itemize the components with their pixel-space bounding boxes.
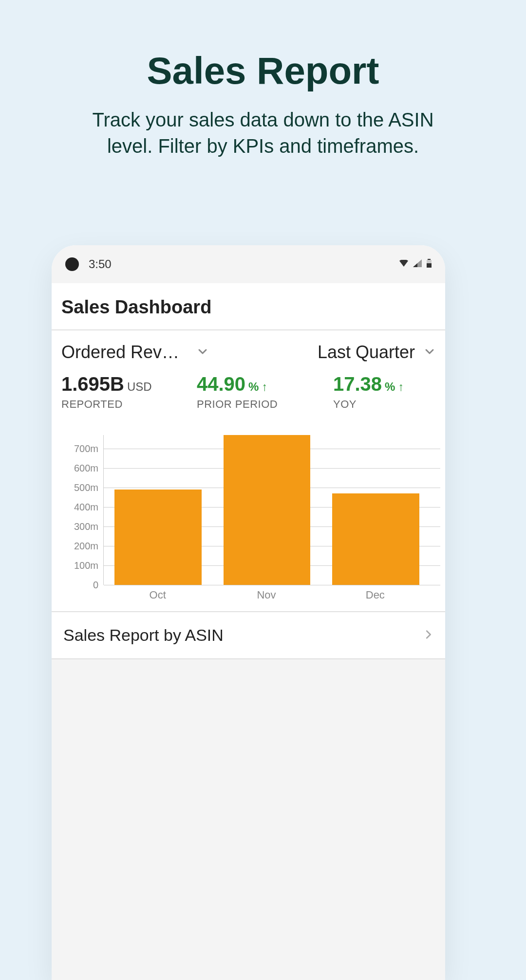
kpi-prior-period: 44.90 % ↑ PRIOR PERIOD xyxy=(197,373,328,411)
chart-x-label: Nov xyxy=(212,589,320,601)
hero-section: Sales Report Track your sales data down … xyxy=(0,0,526,188)
chart-y-tick: 100m xyxy=(74,560,98,571)
chart-y-tick: 400m xyxy=(74,502,98,513)
sales-report-by-asin-label: Sales Report by ASIN xyxy=(63,626,224,645)
status-camera-dot xyxy=(65,257,79,271)
dashboard-title: Sales Dashboard xyxy=(61,297,435,318)
empty-area xyxy=(52,659,445,980)
chart-plot xyxy=(103,435,435,585)
chart-y-tick: 0 xyxy=(93,580,98,591)
kpi-reported-value: 1.695B xyxy=(61,373,124,395)
filter-bar: Ordered Reven… Last Quarter xyxy=(52,330,445,363)
status-bar: 3:50 xyxy=(52,245,445,283)
chart-y-tick: 300m xyxy=(74,521,98,532)
status-icons xyxy=(399,259,432,270)
chart-x-label: Oct xyxy=(103,589,212,601)
kpi-prior-value: 44.90 xyxy=(197,373,245,395)
status-time: 3:50 xyxy=(89,257,112,271)
chart-gridline xyxy=(104,585,440,585)
battery-icon xyxy=(427,259,432,270)
chart-bar[interactable] xyxy=(332,493,419,585)
chevron-down-icon xyxy=(197,345,208,359)
chevron-right-icon xyxy=(423,629,433,642)
kpi-reported: 1.695B USD REPORTED xyxy=(61,373,192,411)
svg-rect-2 xyxy=(427,263,432,268)
chart-y-tick: 700m xyxy=(74,443,98,454)
chart-area: 700m600m500m400m300m200m100m0 OctNovDec xyxy=(52,416,445,612)
kpi-prior-label: PRIOR PERIOD xyxy=(197,398,328,411)
hero-title: Sales Report xyxy=(39,49,487,93)
kpi-yoy-label: YOY xyxy=(333,398,431,411)
chart-x-label: Dec xyxy=(321,589,430,601)
chart-y-tick: 500m xyxy=(74,482,98,493)
metric-filter[interactable]: Ordered Reven… xyxy=(61,342,208,363)
phone-frame: 3:50 Sales Dashboard Ordered Reven… Last… xyxy=(52,245,445,980)
kpi-row: 1.695B USD REPORTED 44.90 % ↑ PRIOR PERI… xyxy=(52,363,445,416)
wifi-icon xyxy=(399,260,408,269)
kpi-yoy-unit: % xyxy=(385,380,395,394)
chart-bar[interactable] xyxy=(224,435,311,585)
period-filter-label: Last Quarter xyxy=(318,342,415,363)
dashboard-header: Sales Dashboard xyxy=(52,283,445,330)
arrow-up-icon: ↑ xyxy=(262,380,267,394)
kpi-prior-unit: % xyxy=(248,380,259,394)
kpi-reported-label: REPORTED xyxy=(61,398,192,411)
metric-filter-label: Ordered Reven… xyxy=(61,342,188,363)
signal-icon xyxy=(413,259,422,269)
sales-report-by-asin-row[interactable]: Sales Report by ASIN xyxy=(52,612,445,659)
chart-bar[interactable] xyxy=(114,490,202,585)
chevron-down-icon xyxy=(424,345,435,359)
chart-y-tick: 200m xyxy=(74,541,98,552)
arrow-up-icon: ↑ xyxy=(398,380,404,394)
kpi-yoy-value: 17.38 xyxy=(333,373,382,395)
svg-rect-0 xyxy=(428,259,431,260)
period-filter[interactable]: Last Quarter xyxy=(318,342,435,363)
kpi-yoy: 17.38 % ↑ YOY xyxy=(333,373,431,411)
kpi-reported-unit: USD xyxy=(127,380,152,394)
chart-x-axis: OctNovDec xyxy=(103,585,435,601)
hero-subtitle: Track your sales data down to the ASIN l… xyxy=(88,107,438,159)
chart-y-tick: 600m xyxy=(74,463,98,474)
